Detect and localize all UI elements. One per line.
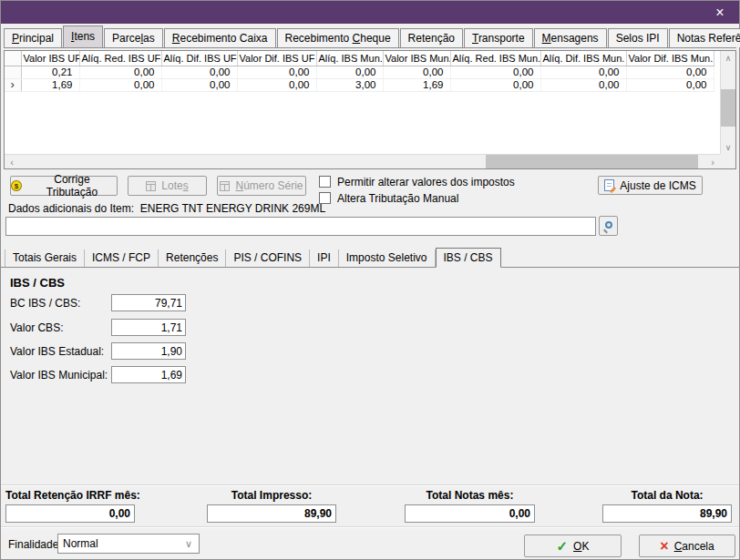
col-valor-dif-ibs-mun[interactable]: Valor Dif. IBS Mun.	[626, 51, 714, 66]
detail-tab-strip: Totais Gerais ICMS / FCP Retenções PIS /…	[1, 248, 739, 268]
corrige-coin-icon: $	[11, 180, 22, 191]
cancel-x-icon: ×	[660, 538, 668, 555]
search-icon	[602, 220, 614, 232]
permitir-alterar-checkbox[interactable]	[319, 176, 331, 188]
totals-band: Total Retenção IRRF mês: Total Impresso:…	[1, 484, 739, 526]
ok-button[interactable]: ✓ OK	[524, 535, 622, 557]
total-impresso-label: Total Impresso:	[207, 489, 336, 502]
finalidade-label: Finalidade:	[8, 538, 62, 551]
dados-adicionais-label: Dados adicionais do Item:	[8, 202, 134, 215]
col-valor-ibs-uf[interactable]: Valor IBS UF	[21, 51, 79, 66]
finalidade-value: Normal	[63, 537, 98, 550]
total-notas-mes-field[interactable]	[405, 504, 535, 523]
tab-retencoes[interactable]: Retenções	[159, 249, 226, 267]
tab-transporte[interactable]: Transporte	[464, 28, 533, 47]
valor-ibs-municipal-row: Valor IBS Municipal:	[10, 366, 186, 383]
bc-ibs-cbs-field[interactable]	[111, 294, 186, 311]
total-impresso-group: Total Impresso:	[207, 489, 336, 523]
toolbar: $ Corrige Tributação Lotes Número Série	[10, 176, 306, 196]
titlebar: ×	[1, 1, 739, 24]
search-button[interactable]	[599, 216, 618, 236]
permitir-alterar-label: Permitir alterar valores dos impostos	[337, 176, 515, 188]
grid-vertical-scrollbar[interactable]: ∧ ∨	[720, 51, 735, 154]
col-valor-dif-ibs-uf[interactable]: Valor Dif. IBS UF	[237, 51, 316, 66]
ajuste-icms-button[interactable]: Ajuste de ICMS	[598, 176, 703, 195]
numero-serie-grid-icon	[220, 181, 230, 191]
grid-horizontal-scrollbar[interactable]: ‹ ›	[5, 154, 720, 168]
col-aliq-dif-ibs-mun[interactable]: Alíq. Dif. IBS Mun.	[540, 51, 626, 66]
altera-tributacao-label: Altera Tributação Manual	[337, 192, 458, 205]
total-impresso-field[interactable]	[207, 504, 336, 523]
tab-recebimento-caixa[interactable]: Recebimento Caixa	[164, 28, 276, 47]
tax-options: Permitir alterar valores dos impostos Al…	[319, 174, 515, 207]
main-tab-strip: Principal Itens Parcelas Recebimento Cai…	[4, 26, 736, 48]
valor-cbs-field[interactable]	[111, 319, 186, 336]
valor-cbs-label: Valor CBS:	[10, 321, 111, 334]
corrige-tributacao-button[interactable]: $ Corrige Tributação	[10, 176, 118, 196]
scroll-down-icon[interactable]: ∨	[721, 140, 735, 154]
chevron-down-icon: ∨	[185, 538, 199, 550]
tab-retencao[interactable]: Retenção	[400, 28, 463, 47]
valor-ibs-municipal-label: Valor IBS Municipal:	[10, 369, 111, 382]
grid-header-row: Valor IBS UF Alíq. Red. IBS UF Alíq. Dif…	[5, 51, 714, 66]
taxes-table: Valor IBS UF Alíq. Red. IBS UF Alíq. Dif…	[5, 51, 714, 92]
col-valor-ibs-mun[interactable]: Valor IBS Mun.	[383, 51, 450, 66]
total-notas-mes-label: Total Notas mês:	[405, 489, 535, 502]
item-name: ENERG TNT ENERGY DRINK 269ML	[140, 202, 325, 215]
col-aliq-red-ibs-mun[interactable]: Alíq. Red. IBS Mun.	[450, 51, 540, 66]
scroll-up-icon[interactable]: ∧	[721, 51, 735, 65]
scroll-right-icon[interactable]: ›	[705, 157, 720, 168]
table-row[interactable]: 0,21 0,00 0,00 0,00 0,00 0,00 0,00 0,00 …	[5, 66, 714, 78]
selected-row-marker-icon: ›	[11, 77, 15, 91]
valor-ibs-estadual-field[interactable]	[111, 342, 186, 360]
tab-ibs-cbs[interactable]: IBS / CBS	[436, 248, 501, 268]
vscroll-thumb[interactable]	[721, 89, 735, 127]
panel-heading: IBS / CBS	[10, 276, 65, 290]
valor-ibs-municipal-field[interactable]	[111, 366, 186, 383]
finalidade-select[interactable]: Normal ∨	[57, 534, 200, 554]
tab-ipi[interactable]: IPI	[310, 249, 339, 267]
tab-recebimento-cheque[interactable]: Recebimento Cheque	[277, 28, 399, 47]
item-taxes-window: × Principal Itens Parcelas Recebimento C…	[0, 0, 740, 560]
col-aliq-dif-ibs-uf[interactable]: Alíq. Dif. IBS UF	[161, 51, 237, 66]
tab-mensagens[interactable]: Mensagens	[534, 28, 607, 47]
bc-ibs-cbs-label: BC IBS / CBS:	[10, 297, 111, 310]
total-retencao-irrf-field[interactable]	[5, 504, 135, 523]
col-aliq-ibs-mun[interactable]: Alíq. IBS Mun.	[316, 51, 383, 66]
footer: Finalidade: Normal ∨ ✓ OK × Cancela	[1, 526, 739, 559]
lotes-grid-icon	[146, 181, 156, 191]
dados-adicionais-input[interactable]	[5, 217, 596, 236]
tab-parcelas[interactable]: Parcelas	[104, 28, 163, 47]
taxes-grid: Valor IBS UF Alíq. Red. IBS UF Alíq. Dif…	[4, 50, 736, 169]
valor-ibs-estadual-row: Valor IBS Estadual:	[10, 342, 186, 360]
close-button[interactable]: ×	[701, 1, 739, 24]
tab-totais-gerais[interactable]: Totais Gerais	[5, 249, 85, 267]
tab-pis-cofins[interactable]: PIS / COFINS	[226, 249, 310, 267]
total-da-nota-group: Total da Nota:	[602, 489, 732, 523]
tab-principal[interactable]: Principal	[4, 28, 62, 47]
tab-icms-fcp[interactable]: ICMS / FCP	[85, 249, 159, 267]
total-da-nota-label: Total da Nota:	[602, 489, 732, 502]
valor-ibs-estadual-label: Valor IBS Estadual:	[10, 345, 111, 358]
valor-cbs-row: Valor CBS:	[10, 319, 186, 336]
close-icon: ×	[715, 5, 724, 21]
tab-itens[interactable]: Itens	[63, 25, 103, 47]
ajuste-icms-doc-icon	[604, 179, 614, 191]
tab-notas-referenciadas[interactable]: Notas Referênciadas	[669, 28, 740, 47]
scroll-left-icon[interactable]: ‹	[5, 157, 19, 168]
lotes-button[interactable]: Lotes	[128, 176, 207, 196]
total-notas-mes-group: Total Notas mês:	[405, 489, 535, 523]
total-da-nota-field[interactable]	[602, 504, 732, 523]
dados-adicionais-row: Dados adicionais do Item: ENERG TNT ENER…	[8, 202, 325, 215]
table-row-selected[interactable]: › 1,69 0,00 0,00 0,00 3,00 1,69 0,00 0,0…	[5, 78, 714, 91]
total-retencao-irrf-label: Total Retenção IRRF mês:	[5, 489, 135, 502]
cancel-button[interactable]: × Cancela	[639, 535, 735, 557]
grid-gutter-header	[5, 51, 21, 66]
total-retencao-irrf-group: Total Retenção IRRF mês:	[5, 489, 135, 523]
col-aliq-red-ibs-uf[interactable]: Alíq. Red. IBS UF	[79, 51, 161, 66]
tab-imposto-seletivo[interactable]: Imposto Seletivo	[339, 249, 436, 267]
tab-selos-ipi[interactable]: Selos IPI	[608, 28, 668, 47]
check-icon: ✓	[557, 538, 569, 555]
hscroll-thumb[interactable]	[486, 155, 698, 168]
numero-serie-button[interactable]: Número Série	[217, 176, 306, 196]
